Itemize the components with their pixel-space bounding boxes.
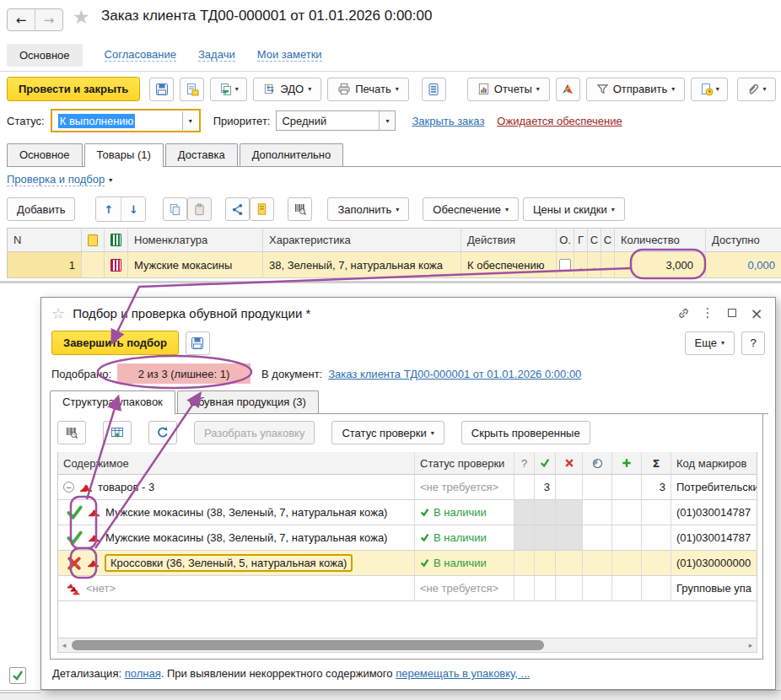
tab-additional[interactable]: Дополнительно xyxy=(240,143,344,166)
detail-level-link[interactable]: полная xyxy=(125,667,161,680)
help-button[interactable]: ? xyxy=(741,331,765,355)
group-row[interactable]: − товаров - 3 <не требуется> 3 3 Потреби… xyxy=(58,475,757,500)
col-n[interactable]: N xyxy=(8,229,82,252)
col-added[interactable] xyxy=(612,452,642,475)
move-up-button[interactable]: ↑ xyxy=(96,197,121,221)
send-button[interactable]: Отправить ▾ xyxy=(586,78,685,101)
status-combobox[interactable]: К выполнению ▾ xyxy=(52,110,199,131)
col-marking-code[interactable]: Код маркиров xyxy=(671,452,757,475)
col-characteristic[interactable]: Характеристика xyxy=(263,229,461,252)
col-check-status[interactable]: Статус проверки xyxy=(415,452,514,475)
forward-button[interactable]: → xyxy=(35,9,62,30)
col-content[interactable]: Содержимое xyxy=(58,452,415,475)
horizontal-scrollbar[interactable]: ◂ ▸ xyxy=(57,638,757,653)
col-quantity[interactable]: Количество xyxy=(615,229,706,252)
col-nomenclature[interactable]: Номенклатура xyxy=(128,229,263,252)
disassemble-package-button[interactable]: Разобрать упаковку xyxy=(194,421,315,444)
col-rejected[interactable] xyxy=(556,452,583,475)
dialog-save-button[interactable] xyxy=(186,331,210,355)
add-row-button[interactable]: Добавить xyxy=(7,197,75,221)
split-row-button[interactable] xyxy=(225,197,250,221)
post-and-close-button[interactable]: Провести и закрыть xyxy=(7,77,140,101)
document-link[interactable]: Заказ клиента ТД00-000001 от 01.01.2026 … xyxy=(328,368,581,380)
refresh-button[interactable] xyxy=(148,421,177,444)
divider xyxy=(0,71,781,72)
col-available[interactable]: Доступно xyxy=(706,229,781,252)
col-s1[interactable]: С xyxy=(588,229,601,252)
check-and-pick-link[interactable]: Проверка и подбор xyxy=(7,173,105,186)
item-row[interactable]: Мужские мокасины (38, Зеленый, 7, натура… xyxy=(58,500,757,525)
scroll-left-icon[interactable]: ◂ xyxy=(58,641,70,649)
scrollbar-thumb[interactable] xyxy=(72,640,544,650)
tab-osnovnoe[interactable]: Основное xyxy=(7,44,83,67)
fill-button[interactable]: Заполнить▾ xyxy=(327,197,409,221)
check-icon xyxy=(420,533,429,542)
tab-zadachi[interactable]: Задачи xyxy=(198,48,235,62)
scroll-right-icon[interactable]: ▸ xyxy=(745,641,757,649)
post-button[interactable] xyxy=(180,78,204,101)
copy-row-button[interactable] xyxy=(163,197,187,221)
menu-dots-button[interactable]: ⋮ xyxy=(699,304,716,321)
schedule-button[interactable]: ▾ xyxy=(691,78,728,101)
attachments-button[interactable]: ▾ xyxy=(737,78,776,101)
caret-down-icon[interactable]: ▾ xyxy=(182,111,198,130)
col-g[interactable]: Г xyxy=(574,229,588,252)
col-checked[interactable] xyxy=(535,452,556,475)
barcode-scan-button[interactable] xyxy=(288,197,312,221)
caret-down-icon: ▾ xyxy=(762,85,766,93)
discounts-button[interactable] xyxy=(556,78,580,101)
scan-barcode-button[interactable] xyxy=(57,421,86,444)
tab-main[interactable]: Основное xyxy=(7,143,83,166)
reports-button[interactable]: Отчеты ▾ xyxy=(467,78,550,101)
col-total-sigma[interactable]: Σ xyxy=(642,452,671,475)
copy-create-button[interactable]: ▾ xyxy=(210,78,247,101)
move-to-package-link[interactable]: перемещать в упаковку, ... xyxy=(396,667,530,680)
close-dialog-button[interactable]: × xyxy=(748,304,765,321)
get-link-button[interactable] xyxy=(675,304,692,321)
edo-button[interactable]: ЭДО ▾ xyxy=(253,78,321,101)
col-actions[interactable]: Действия xyxy=(461,229,557,252)
tab-shoe-products[interactable]: Обувная продукция (3) xyxy=(177,390,319,413)
tab-delivery[interactable]: Доставка xyxy=(165,143,238,166)
tab-goods[interactable]: Товары (1) xyxy=(84,143,164,167)
more-button[interactable]: Еще▾ xyxy=(685,331,735,355)
col-s2[interactable]: С xyxy=(601,229,615,252)
favorite-star-icon[interactable]: ★ xyxy=(73,6,90,28)
move-down-button[interactable]: ↓ xyxy=(121,197,145,221)
col-o[interactable]: О. xyxy=(557,229,574,252)
collapse-icon[interactable]: − xyxy=(63,482,74,493)
maximize-button[interactable] xyxy=(724,304,741,321)
col-pending[interactable] xyxy=(583,452,612,475)
item-row-excess[interactable]: Кроссовки (36, Зеленый, 5, натуральная к… xyxy=(58,551,757,576)
check-status-filter-button[interactable]: Статус проверки▾ xyxy=(331,421,444,444)
save-button[interactable] xyxy=(149,78,174,101)
marking-doc-button[interactable] xyxy=(250,197,274,221)
tab-package-structure[interactable]: Структура упаковок xyxy=(50,390,175,414)
caret-down-icon[interactable]: ▾ xyxy=(379,111,395,130)
finish-picking-button[interactable]: Завершить подбор xyxy=(51,331,179,355)
prices-discounts-button[interactable]: Цены и скидки▾ xyxy=(523,197,625,221)
supply-button[interactable]: Обеспечение▾ xyxy=(423,197,519,221)
structure-button[interactable] xyxy=(422,78,446,101)
back-button[interactable]: ← xyxy=(8,9,35,30)
tab-moi-zametki[interactable]: Мои заметки xyxy=(257,48,322,62)
priority-combobox[interactable]: Средний ▾ xyxy=(276,110,396,131)
hide-checked-button[interactable]: Скрыть проверенные xyxy=(461,421,590,444)
load-table-button[interactable] xyxy=(103,421,132,444)
group-packages-row[interactable]: <нет> <не требуется> Групповые упа xyxy=(58,576,757,601)
supply-warning-link[interactable]: Ожидается обеспечение xyxy=(497,115,622,127)
paste-row-button[interactable] xyxy=(187,197,212,221)
dialog-star-icon[interactable]: ☆ xyxy=(51,304,65,322)
item-row[interactable]: Мужские мокасины (38, Зеленый, 7, натура… xyxy=(58,525,757,551)
close-order-link[interactable]: Закрыть заказ xyxy=(412,115,484,127)
col-question[interactable]: ? xyxy=(514,452,535,475)
col-marking-icon[interactable] xyxy=(105,229,128,252)
cell-o-checkbox[interactable] xyxy=(557,252,574,278)
splitter[interactable] xyxy=(0,281,781,283)
background-checkbox[interactable] xyxy=(9,667,26,684)
goods-row[interactable]: 1 Мужские мокасины 38, Зеленый, 7, натур… xyxy=(8,252,781,278)
tab-soglasovanie[interactable]: Согласование xyxy=(105,48,176,62)
print-button[interactable]: Печать ▾ xyxy=(327,78,409,101)
col-doc-icon[interactable] xyxy=(82,229,105,252)
cell-code: (01)030014787 xyxy=(671,525,757,551)
